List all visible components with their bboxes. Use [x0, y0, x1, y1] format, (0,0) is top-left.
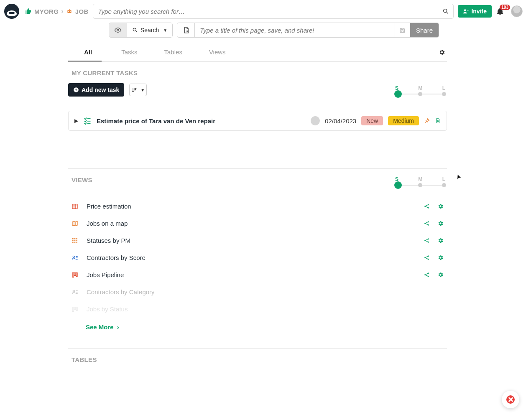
roster-icon [71, 289, 79, 295]
task-title: Estimate price of Tara van de Ven repair [97, 117, 215, 125]
global-search-input[interactable] [97, 8, 443, 15]
svg-line-15 [438, 122, 439, 122]
size-knob[interactable] [394, 181, 402, 189]
search-icon [132, 27, 138, 33]
view-search-group: Search ▼ [109, 23, 173, 38]
gear-icon[interactable] [437, 237, 444, 244]
gear-icon[interactable] [437, 203, 444, 209]
breadcrumb: MYORG › JOB [25, 8, 89, 15]
view-row[interactable]: Jobs by Status [68, 300, 447, 318]
task-assignee-avatar[interactable] [311, 116, 320, 125]
share-icon[interactable] [424, 220, 430, 227]
search-dropdown[interactable]: Search ▼ [127, 23, 172, 37]
person-plus-icon [463, 8, 469, 14]
size-knob[interactable] [394, 90, 402, 98]
views-size-slider[interactable]: S M L [395, 176, 445, 186]
share-icon[interactable] [424, 255, 430, 261]
share-icon[interactable] [424, 272, 430, 278]
size-stop-l[interactable] [442, 92, 446, 96]
svg-rect-35 [74, 242, 76, 243]
breadcrumb-page[interactable]: JOB [75, 8, 89, 15]
search-icon[interactable] [442, 8, 449, 15]
view-label: Statuses by PM [87, 237, 130, 244]
svg-rect-3 [69, 9, 69, 10]
svg-line-9 [136, 31, 137, 32]
gear-icon[interactable] [437, 220, 444, 227]
svg-point-7 [117, 29, 119, 31]
tasks-size-slider[interactable]: S M L [395, 85, 445, 94]
page-type-button[interactable] [177, 23, 195, 37]
size-stop-m[interactable] [418, 92, 422, 96]
share-button[interactable]: Share [410, 23, 439, 37]
view-row[interactable]: Contractors by Score [68, 249, 447, 266]
svg-rect-59 [76, 307, 77, 311]
task-status-badge[interactable]: New [361, 116, 383, 125]
chevron-right-icon: › [117, 323, 119, 331]
size-l: L [442, 176, 445, 182]
notification-count-badge: 103 [500, 5, 510, 10]
kanban-icon [71, 272, 79, 278]
view-row[interactable]: Contractors by Category [68, 283, 447, 300]
section-title-views: VIEWS [68, 169, 92, 188]
add-task-label: Add new task [82, 87, 119, 93]
svg-line-5 [447, 12, 448, 13]
share-label: Share [416, 27, 433, 34]
view-row[interactable]: Price estimation [68, 198, 447, 215]
svg-rect-30 [76, 238, 77, 239]
search-dropdown-label: Search [140, 27, 159, 33]
tabs-settings-button[interactable] [439, 49, 445, 56]
save-button[interactable] [395, 23, 410, 37]
tab-tables[interactable]: Tables [151, 43, 196, 61]
tab-views[interactable]: Views [196, 43, 239, 61]
svg-rect-32 [74, 240, 76, 241]
add-task-button[interactable]: Add new task [68, 83, 124, 97]
chevron-right-icon: › [61, 8, 64, 15]
notifications[interactable]: 103 [496, 7, 507, 15]
page-title-input[interactable] [195, 23, 395, 37]
share-icon[interactable] [424, 203, 430, 209]
lifebuoy-icon [506, 395, 515, 404]
svg-rect-28 [72, 238, 74, 239]
view-row[interactable]: Jobs on a map [68, 215, 447, 232]
view-label: Price estimation [87, 203, 131, 210]
help-bubble[interactable] [502, 391, 519, 408]
map-icon [71, 220, 79, 227]
svg-rect-47 [72, 272, 74, 277]
global-search[interactable] [93, 4, 454, 19]
size-stop-m[interactable] [418, 183, 422, 187]
view-row[interactable]: Jobs Pipeline [68, 266, 447, 283]
svg-point-1 [68, 11, 69, 12]
tab-all[interactable]: All [68, 43, 108, 61]
size-l: L [442, 85, 445, 91]
section-title-tables: TABLES [68, 349, 447, 367]
size-m: M [418, 85, 422, 91]
view-row[interactable]: Statuses by PM [68, 232, 447, 249]
see-more-label: See More [86, 323, 114, 331]
size-stop-l[interactable] [442, 183, 446, 187]
page-title-group: Share [177, 23, 439, 38]
see-more-link[interactable]: See More › [68, 318, 447, 334]
svg-point-14 [437, 120, 439, 122]
app-logo[interactable] [4, 4, 19, 19]
sort-button[interactable]: ▼ [129, 84, 147, 96]
breadcrumb-org[interactable]: MYORG [34, 8, 59, 15]
svg-rect-34 [72, 242, 74, 243]
view-label: Jobs on a map [87, 220, 128, 227]
svg-rect-49 [76, 272, 77, 276]
svg-rect-48 [74, 272, 76, 275]
task-priority-badge[interactable]: Medium [388, 116, 419, 125]
pin-icon[interactable] [424, 118, 430, 124]
gear-icon[interactable] [437, 272, 444, 278]
user-avatar[interactable] [511, 5, 523, 17]
tab-tasks[interactable]: Tasks [108, 43, 151, 61]
file-search-icon[interactable] [435, 118, 441, 124]
invite-button[interactable]: Invite [458, 5, 492, 18]
expand-caret-icon[interactable]: ▶ [74, 118, 78, 124]
preview-button[interactable] [109, 23, 127, 37]
svg-rect-29 [74, 238, 76, 239]
svg-point-53 [73, 290, 74, 292]
gear-icon[interactable] [437, 255, 444, 261]
view-label: Contractors by Score [87, 254, 146, 261]
task-row[interactable]: ▶ Estimate price of Tara van de Ven repa… [68, 111, 447, 131]
share-icon[interactable] [424, 237, 430, 244]
